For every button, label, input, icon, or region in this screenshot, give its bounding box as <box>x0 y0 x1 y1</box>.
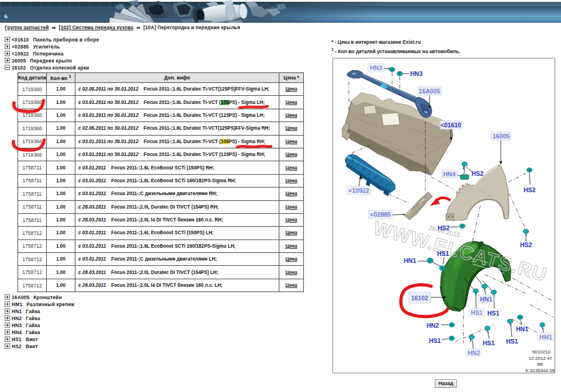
svg-text:HN2: HN2 <box>427 322 439 329</box>
svg-text:16102: 16102 <box>411 294 428 301</box>
svg-text:K 0235344 05: K 0235344 05 <box>525 368 555 373</box>
svg-text:<01610: <01610 <box>441 122 461 129</box>
svg-text:HS1: HS1 <box>429 337 441 344</box>
svg-text:5010210: 5010210 <box>532 349 551 355</box>
svg-text:HS1: HS1 <box>487 310 500 317</box>
svg-text:HS1: HS1 <box>437 250 449 257</box>
svg-text:HS2: HS2 <box>524 186 536 193</box>
svg-text:HS2: HS2 <box>438 224 450 231</box>
svg-text:16A005: 16A005 <box>419 88 441 95</box>
svg-text:HN1: HN1 <box>516 325 528 332</box>
svg-text:HS1: HS1 <box>483 339 495 346</box>
svg-text:HN3: HN3 <box>410 70 423 77</box>
svg-text:HN1: HN1 <box>480 296 492 303</box>
svg-text:16005: 16005 <box>493 133 510 140</box>
svg-text:HN3: HN3 <box>370 64 382 71</box>
svg-text:<10922: <10922 <box>348 187 369 194</box>
svg-text:HN1: HN1 <box>404 257 416 264</box>
svg-text:<02885: <02885 <box>370 211 390 218</box>
svg-text:HS2: HS2 <box>472 170 484 177</box>
svg-text:HS1: HS1 <box>471 309 483 316</box>
svg-text:HM1: HM1 <box>539 334 552 341</box>
svg-text:HS2: HS2 <box>520 241 532 248</box>
svg-text:B8: B8 <box>537 362 543 367</box>
svg-text:12-2012 47: 12-2012 47 <box>529 356 553 361</box>
svg-text:HN2: HN2 <box>468 349 480 356</box>
svg-text:HS1: HS1 <box>506 338 518 345</box>
svg-text:HN4: HN4 <box>443 171 455 178</box>
